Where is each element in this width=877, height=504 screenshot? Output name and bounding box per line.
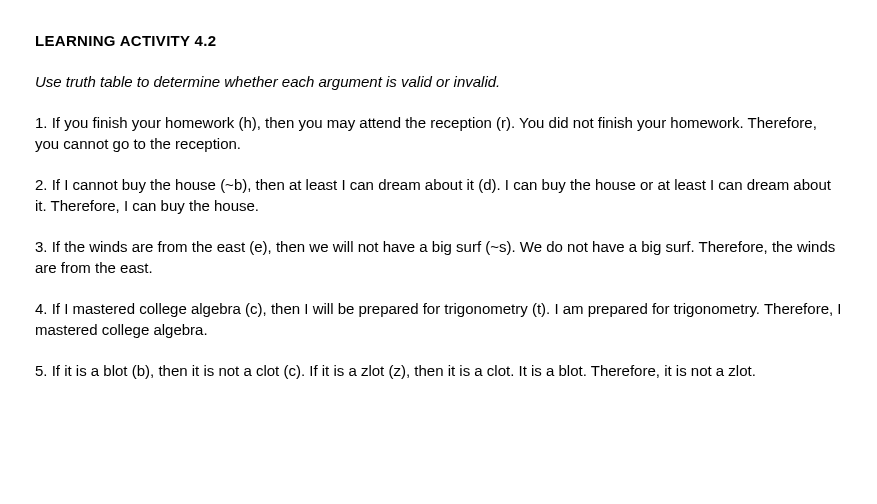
problem-4: 4. If I mastered college algebra (c), th… bbox=[35, 298, 842, 340]
problem-2: 2. If I cannot buy the house (~b), then … bbox=[35, 174, 842, 216]
instruction-text: Use truth table to determine whether eac… bbox=[35, 71, 842, 92]
problem-3: 3. If the winds are from the east (e), t… bbox=[35, 236, 842, 278]
problem-1: 1. If you finish your homework (h), then… bbox=[35, 112, 842, 154]
activity-title: LEARNING ACTIVITY 4.2 bbox=[35, 30, 842, 51]
problem-5: 5. If it is a blot (b), then it is not a… bbox=[35, 360, 842, 381]
